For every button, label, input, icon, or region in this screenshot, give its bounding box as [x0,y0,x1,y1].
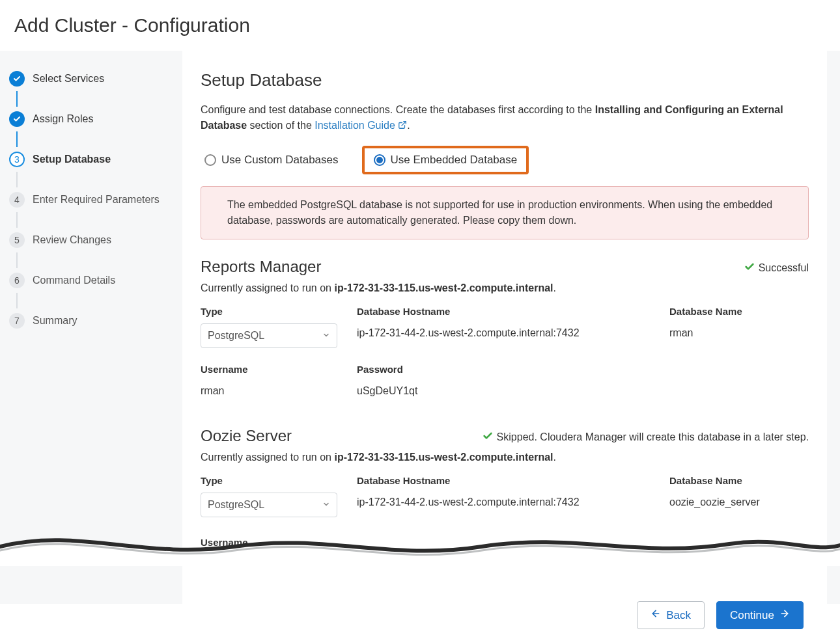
check-icon [9,71,25,87]
select-value: PostgreSQL [208,499,264,511]
step-label: Setup Database [33,154,111,165]
label-dbname: Database Name [669,306,809,317]
step-label: Summary [33,315,77,327]
step-enter-required-parameters[interactable]: 4 Enter Required Parameters [9,187,182,212]
installation-guide-link[interactable]: Installation Guide [315,120,407,131]
db-hostname-value: ip-172-31-44-2.us-west-2.compute.interna… [357,323,663,339]
step-label: Select Services [33,73,104,85]
embedded-db-warning: The embedded PostgreSQL database is not … [201,186,809,239]
wizard-footer: Back Continue [637,601,804,629]
assigned-prefix: Currently assigned to run on [201,452,334,463]
radio-label: Use Embedded Database [391,154,518,167]
svg-line-0 [402,122,406,126]
db-name-value: oozie_oozie_server [669,493,809,508]
intro-part: section of the [250,120,315,131]
intro-part: . [407,120,410,131]
radio-label: Use Custom Databases [221,154,339,167]
step-connector [16,293,18,308]
step-assign-roles[interactable]: Assign Roles [9,107,182,131]
step-number: 5 [9,232,25,248]
status-badge: Skipped. Cloudera Manager will create th… [483,431,809,444]
status-text: Skipped. Cloudera Manager will create th… [497,431,809,443]
step-label: Review Changes [33,234,111,246]
label-username: Username [201,364,350,375]
continue-button[interactable]: Continue [716,601,804,629]
username-value: rman [201,381,350,397]
check-icon [744,262,755,275]
db-hostname-value: ip-172-31-44-2.us-west-2.compute.interna… [357,493,663,508]
wizard-steps: Select Services Assign Roles 3 Setup Dat… [0,51,182,333]
label-type: Type [201,475,350,486]
type-select[interactable]: PostgreSQL [201,493,350,517]
radio-use-embedded-database[interactable]: Use Embedded Database [362,146,529,174]
section-title: Oozie Server [201,427,292,445]
check-icon [9,111,25,127]
arrow-left-icon [651,608,661,622]
assigned-host: ip-172-31-33-115.us-west-2.compute.inter… [334,452,553,463]
step-command-details[interactable]: 6 Command Details [9,268,182,293]
step-connector [16,252,18,268]
section-title: Reports Manager [201,258,321,276]
step-number: 6 [9,273,25,288]
assigned-prefix: Currently assigned to run on [201,282,334,293]
password-value: uSgDeUY1qt [357,381,663,397]
step-number: 4 [9,192,25,208]
step-connector [16,172,18,187]
step-label: Enter Required Parameters [33,194,160,206]
link-text: Installation Guide [315,120,395,131]
intro-part: Configure and test database connections.… [201,104,595,115]
step-label: Assign Roles [33,113,93,125]
main-panel: Setup Database Configure and test databa… [182,51,827,604]
step-connector [16,91,18,107]
check-icon [483,431,493,444]
radio-use-custom-databases[interactable]: Use Custom Databases [201,151,343,169]
chevron-down-icon [322,330,330,342]
step-number: 3 [9,152,25,167]
assigned-host: ip-172-31-33-115.us-west-2.compute.inter… [334,282,553,293]
label-type: Type [201,306,350,317]
back-button[interactable]: Back [637,601,705,629]
step-review-changes[interactable]: 5 Review Changes [9,228,182,252]
step-select-services[interactable]: Select Services [9,66,182,91]
step-setup-database[interactable]: 3 Setup Database [9,147,182,172]
section-oozie-server: Oozie Server Skipped. Cloudera Manager w… [201,427,809,548]
external-link-icon [398,118,407,134]
type-select[interactable]: PostgreSQL [201,323,350,348]
label-username: Username [201,537,809,548]
step-summary[interactable]: 7 Summary [9,308,182,333]
radio-icon [374,154,385,166]
step-connector [16,131,18,147]
label-dbname: Database Name [669,475,809,486]
button-label: Back [666,609,691,622]
select-value: PostgreSQL [208,330,264,342]
assigned-text: Currently assigned to run on ip-172-31-3… [201,452,809,463]
radio-icon [204,154,216,166]
page-title: Add Cluster - Configuration [0,0,840,51]
chevron-down-icon [322,499,330,511]
button-label: Continue [730,609,774,622]
step-connector [16,212,18,228]
label-password: Password [357,364,663,375]
step-label: Command Details [33,275,115,286]
assigned-text: Currently assigned to run on ip-172-31-3… [201,282,809,294]
intro-text: Configure and test database connections.… [201,102,809,134]
status-text: Successful [759,262,809,274]
label-hostname: Database Hostname [357,306,663,317]
status-badge: Successful [744,262,809,275]
database-mode-radios: Use Custom Databases Use Embedded Databa… [201,146,809,174]
section-reports-manager: Reports Manager Successful Currently ass… [201,258,809,397]
label-hostname: Database Hostname [357,475,663,486]
step-number: 7 [9,313,25,329]
arrow-right-icon [779,608,790,622]
db-name-value: rman [669,323,809,339]
panel-heading: Setup Database [201,70,809,90]
